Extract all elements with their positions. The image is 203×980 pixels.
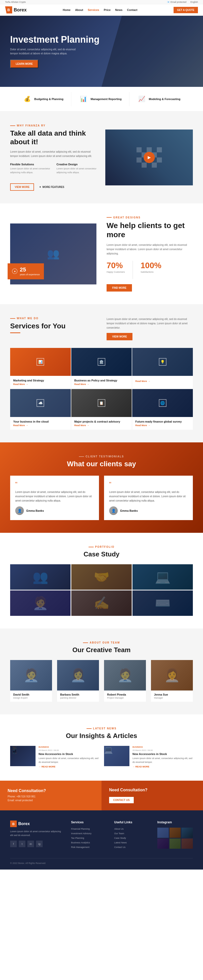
- badge-star-icon: ★: [12, 268, 18, 274]
- case-img-3[interactable]: 💻: [132, 564, 193, 590]
- hero-cta-button[interactable]: LEARN MORE: [10, 60, 38, 68]
- insta-thumb-1[interactable]: [157, 827, 169, 838]
- insight-desc-2: Lorem ipsum dolor sit amet, consectetur …: [132, 757, 193, 764]
- footer-link-3[interactable]: Tax Planning: [71, 837, 106, 839]
- case-person-icon: 🧑‍💼: [32, 596, 48, 611]
- case-img-6[interactable]: ⌨️: [132, 590, 193, 616]
- navbar-logo[interactable]: B Borex: [5, 6, 27, 13]
- case-writing-icon: ✍️: [94, 596, 109, 611]
- why-left: Why Finanza Ry Take all data and think a…: [10, 124, 98, 191]
- service-read-more-4[interactable]: Read More →: [13, 424, 68, 426]
- footer-col-services: Services Financial Planning Investment A…: [71, 821, 106, 851]
- linkedin-icon[interactable]: in: [27, 841, 34, 847]
- service-read-more-6[interactable]: Read More →: [135, 424, 190, 426]
- insight-title-2: New Accessories in Stock: [132, 752, 193, 756]
- facebook-icon[interactable]: f: [10, 841, 17, 847]
- service-icon-5: 📋: [98, 399, 105, 407]
- services-header: What We Do Services for You Lorem ipsum …: [10, 317, 193, 340]
- feature-creative: Creative Design Lorem ipsum dolor sit am…: [57, 163, 98, 179]
- get-more-section: 👥 ★ 25 years of experience Great Designs…: [0, 204, 203, 304]
- insight-desc-1: Lorem ipsum dolor sit amet, consectetur …: [38, 757, 99, 764]
- view-more-button[interactable]: VIEW MORE: [10, 183, 34, 191]
- footer-useful-3[interactable]: Case Study: [114, 837, 150, 839]
- service-card-3: 💡 Read More →: [132, 348, 193, 388]
- testimonials-tag: Client Testimonials: [10, 455, 193, 458]
- testimonial-card-1: " Lorem ipsum dolor sit amet, consectetu…: [10, 476, 99, 520]
- footer-link-2[interactable]: Investment Advisory: [71, 832, 106, 835]
- modeling-icon: 📈: [137, 94, 146, 103]
- service-body-2: Business as Policy and Strategy Read Mor…: [71, 376, 132, 388]
- insight-read-more-2[interactable]: → READ MORE: [132, 765, 193, 768]
- nav-contact[interactable]: Contact: [127, 8, 138, 11]
- svg-rect-5: [136, 158, 141, 162]
- nav-news[interactable]: News: [115, 8, 122, 11]
- strip-title-1: Budgeting & Planning: [34, 97, 63, 100]
- footer-useful-4[interactable]: Latest News: [114, 842, 150, 844]
- service-read-more-5[interactable]: Read More →: [75, 424, 129, 426]
- footer-useful-2[interactable]: Our Team: [114, 832, 150, 835]
- insta-thumb-3[interactable]: [181, 827, 193, 838]
- feature2-title: Creative Design: [57, 163, 98, 166]
- service-read-more-2[interactable]: Read More →: [75, 383, 129, 385]
- team-grid: 🧑‍💼 David Smith Design Expert 👩‍💼 Barbar…: [10, 660, 193, 702]
- insta-thumb-2[interactable]: [170, 827, 181, 838]
- svg-rect-8: [152, 162, 157, 168]
- nav-price[interactable]: Price: [104, 8, 111, 11]
- contact-us-button[interactable]: CONTACT US: [109, 797, 134, 803]
- nav-services[interactable]: Services: [88, 8, 99, 11]
- insta-thumb-5[interactable]: [170, 838, 181, 849]
- testimonials-section: Client Testimonials What our clients say…: [0, 442, 203, 533]
- case-study-header: Portfolio Case Study: [10, 546, 193, 558]
- footer-useful-5[interactable]: Contact Us: [114, 846, 150, 848]
- case-img-4[interactable]: 🧑‍💼: [10, 590, 71, 616]
- services-strip: 💰 Budgeting & Planning 📊 Management Repo…: [0, 87, 203, 111]
- play-button[interactable]: ▶: [144, 152, 155, 163]
- nav-about[interactable]: About: [75, 8, 83, 11]
- stat-satisfaction: 100% Satisfactions: [141, 261, 162, 279]
- hero-title: Investment Planning: [10, 35, 100, 45]
- team-card-david: 🧑‍💼 David Smith Design Expert: [10, 660, 52, 702]
- service-read-more-1[interactable]: Read More →: [13, 383, 68, 385]
- consultation-item-1: Need Consultation? Phone: +86 516 918 86…: [0, 781, 102, 810]
- topbar-lang[interactable]: English: [190, 1, 198, 3]
- footer-useful-1[interactable]: About Us: [114, 827, 150, 830]
- feature-flexible: Flexible Solutions Lorem ipsum dolor sit…: [10, 163, 52, 179]
- features-grid: Flexible Solutions Lorem ipsum dolor sit…: [10, 163, 98, 179]
- insta-thumb-6[interactable]: [181, 838, 193, 849]
- feature1-title: Flexible Solutions: [10, 163, 52, 166]
- case-img-1[interactable]: 👥: [10, 564, 71, 590]
- services-view-more-button[interactable]: VIEW MORE: [106, 333, 132, 340]
- team-role-3: Project Manager: [107, 697, 143, 699]
- team-person-4-icon: 👩‍💼: [164, 668, 180, 682]
- team-name-2: Barbara Smith: [60, 693, 96, 696]
- insight-read-more-1[interactable]: → READ MORE: [38, 765, 99, 768]
- get-more-right: Great Designs We help clients to get mor…: [106, 216, 193, 291]
- why-tag: Why Finanza Ry: [10, 124, 98, 127]
- footer-col-instagram: Instagram: [157, 821, 193, 851]
- get-more-title: We help clients to get more: [106, 221, 193, 239]
- footer-link-4[interactable]: Business Analytics: [71, 842, 106, 844]
- author-name-1: Emma Banks: [26, 509, 44, 512]
- case-img-5[interactable]: ✍️: [71, 590, 132, 616]
- service-title-2: Business as Policy and Strategy: [75, 379, 129, 382]
- team-body-robert: Robert Pineda Project Manager: [104, 690, 146, 702]
- get-quote-button[interactable]: GET A QUOTE: [174, 7, 198, 13]
- stat2-num: 100%: [141, 261, 162, 270]
- footer-link-5[interactable]: Risk Management: [71, 846, 106, 848]
- insight-device-icon-2: 💻: [104, 746, 113, 754]
- team-img-jenna: 👩‍💼: [151, 660, 193, 690]
- footer-link-1[interactable]: Financial Planning: [71, 827, 106, 830]
- more-features-button[interactable]: ✦ MORE FEATURES: [39, 186, 64, 188]
- nav-home[interactable]: Home: [63, 8, 71, 11]
- service-read-more-3[interactable]: Read More →: [135, 380, 190, 382]
- feature2-text: Lorem ipsum dolor sit amet consectetur a…: [57, 167, 98, 174]
- team-img-robert: 🧑‍💼: [104, 660, 146, 690]
- twitter-icon[interactable]: t: [19, 841, 25, 847]
- case-img-2[interactable]: 🤝: [71, 564, 132, 590]
- instagram-icon[interactable]: ig: [36, 841, 43, 847]
- find-more-button[interactable]: FIND MORE: [106, 284, 132, 291]
- team-tag: About Our Team: [10, 641, 193, 644]
- insight-device-icon-1: 📱: [10, 746, 19, 754]
- service-card-4: ☁️ Your business in the cloud Read More …: [10, 389, 71, 430]
- insta-thumb-4[interactable]: [157, 838, 169, 849]
